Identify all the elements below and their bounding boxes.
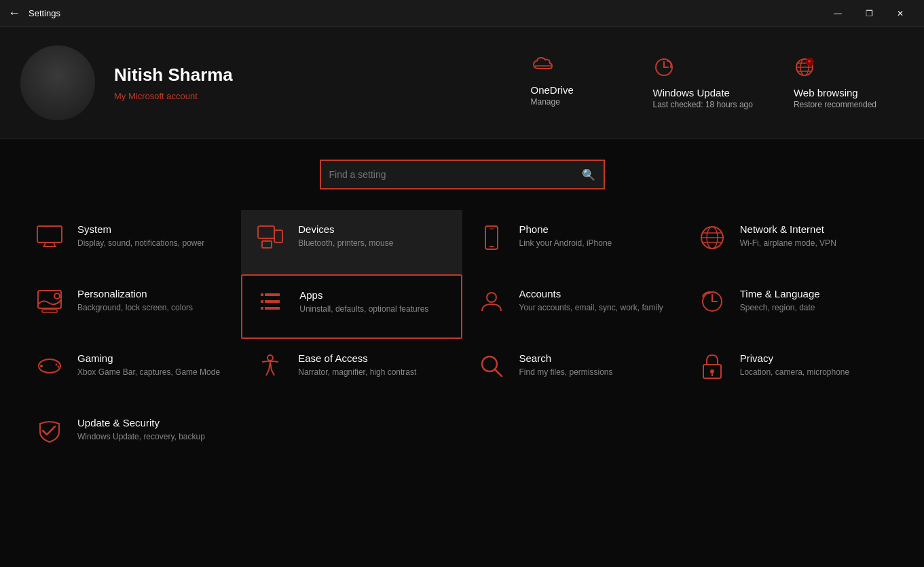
- apps-title: Apps: [299, 289, 447, 301]
- system-desc: Display, sound, notifications, power: [77, 238, 227, 249]
- microsoft-account-link[interactable]: My Microsoft account: [114, 91, 198, 101]
- gaming-icon: [34, 354, 65, 376]
- system-icon: [34, 225, 65, 248]
- network-title: Network & Internet: [740, 223, 890, 235]
- search-desc: Find my files, permissions: [519, 367, 669, 378]
- svg-point-25: [54, 293, 60, 299]
- time-language-title: Time & Language: [740, 288, 890, 299]
- svg-rect-31: [261, 307, 263, 310]
- personalization-title: Personalization: [77, 288, 227, 299]
- gaming-title: Gaming: [77, 352, 227, 364]
- onedrive-subtitle: Manage: [531, 97, 560, 107]
- maximize-button[interactable]: ❐: [853, 3, 885, 24]
- setting-item-apps[interactable]: Apps Uninstall, defaults, optional featu…: [241, 274, 462, 339]
- onedrive-widget[interactable]: OneDrive Manage: [531, 56, 612, 109]
- svg-rect-32: [265, 307, 280, 310]
- svg-point-42: [56, 364, 58, 366]
- svg-rect-9: [37, 226, 62, 242]
- svg-rect-28: [265, 293, 280, 296]
- window-controls: — ❐ ✕: [822, 3, 916, 24]
- phone-desc: Link your Android, iPhone: [519, 238, 669, 249]
- devices-desc: Bluetooth, printers, mouse: [298, 238, 448, 249]
- phone-title: Phone: [519, 223, 669, 235]
- apps-desc: Uninstall, defaults, optional features: [299, 304, 447, 315]
- svg-rect-15: [262, 241, 272, 248]
- search-icon: [476, 354, 507, 378]
- ease-of-access-icon: [255, 354, 286, 378]
- svg-rect-29: [261, 300, 263, 303]
- titlebar: ← Settings — ❐ ✕: [0, 0, 924, 27]
- devices-title: Devices: [298, 223, 448, 235]
- network-icon: [697, 225, 728, 251]
- windows-update-icon: [653, 56, 675, 83]
- setting-item-ease-of-access[interactable]: Ease of Access Narrator, magnifier, high…: [241, 339, 462, 403]
- system-title: System: [77, 223, 227, 235]
- svg-point-48: [710, 369, 714, 373]
- setting-item-update-security[interactable]: Update & Security Windows Update, recove…: [20, 403, 241, 468]
- setting-item-devices[interactable]: Devices Bluetooth, printers, mouse: [241, 210, 462, 274]
- gaming-desc: Xbox Game Bar, captures, Game Mode: [77, 367, 227, 378]
- web-browsing-icon: [794, 56, 815, 83]
- header-widgets: OneDrive Manage Windows Update Last chec…: [531, 56, 904, 109]
- web-browsing-widget[interactable]: Web browsing Restore recommended: [794, 56, 876, 109]
- time-language-icon: [697, 289, 728, 314]
- search-container: 🔍: [0, 139, 924, 203]
- setting-item-accounts[interactable]: Accounts Your accounts, email, sync, wor…: [462, 274, 683, 339]
- devices-icon: [255, 225, 286, 249]
- ease-of-access-desc: Narrator, magnifier, high contrast: [298, 367, 448, 378]
- back-button[interactable]: ←: [8, 6, 20, 20]
- personalization-icon: [34, 289, 65, 315]
- setting-item-gaming[interactable]: Gaming Xbox Game Bar, captures, Game Mod…: [20, 339, 241, 403]
- personalization-desc: Background, lock screen, colors: [77, 302, 227, 314]
- accounts-desc: Your accounts, email, sync, work, family: [519, 302, 669, 314]
- svg-rect-30: [265, 300, 280, 303]
- apps-icon: [256, 291, 287, 315]
- privacy-icon: [697, 354, 728, 380]
- windows-update-subtitle: Last checked: 18 hours ago: [653, 100, 753, 109]
- web-browsing-subtitle: Restore recommended: [794, 100, 876, 109]
- update-security-desc: Windows Update, recovery, backup: [77, 431, 227, 443]
- setting-item-time-language[interactable]: Time & Language Speech, region, date: [683, 274, 904, 339]
- ease-of-access-title: Ease of Access: [298, 352, 448, 364]
- app-title: Settings: [29, 8, 822, 18]
- web-browsing-title: Web browsing: [794, 87, 858, 98]
- search-icon: 🔍: [582, 168, 595, 181]
- setting-item-system[interactable]: System Display, sound, notifications, po…: [20, 210, 241, 274]
- search-box: 🔍: [320, 160, 605, 189]
- svg-rect-27: [261, 293, 263, 296]
- setting-item-search[interactable]: Search Find my files, permissions: [462, 339, 683, 403]
- update-security-icon: [34, 418, 65, 443]
- onedrive-title: OneDrive: [531, 84, 574, 96]
- accounts-icon: [476, 289, 507, 314]
- avatar: [20, 45, 95, 120]
- windows-update-widget[interactable]: Windows Update Last checked: 18 hours ag…: [653, 56, 753, 109]
- privacy-desc: Location, camera, microphone: [740, 367, 890, 378]
- setting-item-phone[interactable]: Phone Link your Android, iPhone: [462, 210, 683, 274]
- profile-name: Nitish Sharma: [114, 65, 531, 86]
- windows-update-title: Windows Update: [653, 87, 730, 98]
- profile-info: Nitish Sharma My Microsoft account: [114, 65, 531, 102]
- accounts-title: Accounts: [519, 288, 669, 299]
- setting-item-network[interactable]: Network & Internet Wi-Fi, airplane mode,…: [683, 210, 904, 274]
- phone-icon: [476, 225, 507, 251]
- close-button[interactable]: ✕: [885, 3, 916, 24]
- svg-point-33: [487, 293, 496, 302]
- svg-point-43: [58, 366, 60, 368]
- svg-point-44: [267, 355, 273, 361]
- time-language-desc: Speech, region, date: [740, 302, 890, 314]
- svg-rect-14: [274, 230, 282, 242]
- onedrive-icon: [531, 56, 553, 80]
- svg-line-46: [495, 369, 502, 376]
- minimize-button[interactable]: —: [822, 3, 853, 24]
- setting-item-privacy[interactable]: Privacy Location, camera, microphone: [683, 339, 904, 403]
- update-security-title: Update & Security: [77, 417, 227, 428]
- svg-rect-13: [258, 226, 274, 238]
- search-input[interactable]: [329, 169, 582, 180]
- svg-rect-16: [485, 226, 498, 249]
- profile-header: Nitish Sharma My Microsoft account OneDr…: [0, 27, 924, 139]
- search-title: Search: [519, 352, 669, 364]
- network-desc: Wi-Fi, airplane mode, VPN: [740, 238, 890, 249]
- setting-item-personalization[interactable]: Personalization Background, lock screen,…: [20, 274, 241, 339]
- svg-rect-26: [42, 310, 57, 312]
- settings-grid: System Display, sound, notifications, po…: [0, 203, 924, 475]
